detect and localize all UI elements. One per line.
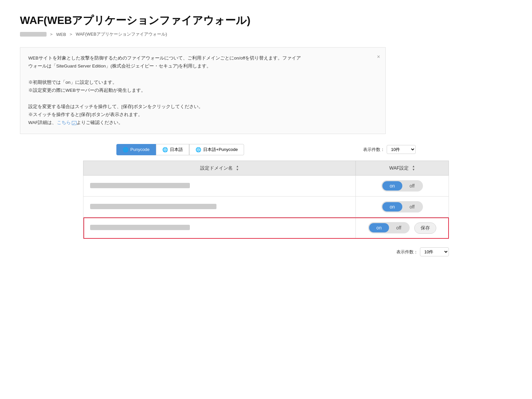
toggle-group-3: on off — [368, 222, 410, 233]
info-line1: WEBサイトを対象とした攻撃を防御するためのファイアウォールについて、ご利用ドメ… — [28, 54, 377, 70]
globe-icon-jp: 🌐 — [196, 147, 201, 152]
waf-detail-link[interactable]: こちら — [57, 120, 71, 125]
per-page-label-bottom: 表示件数： — [396, 249, 418, 255]
waf-cell-2: on off — [356, 197, 449, 217]
breadcrumb-home — [20, 32, 47, 37]
breadcrumb-sep2: ＞ — [69, 31, 73, 37]
info-box: × WEBサイトを対象とした攻撃を防御するためのファイアウォールについて、ご利用… — [20, 47, 386, 134]
sort-icons-domain[interactable]: ▲ ▼ — [236, 165, 239, 172]
external-link-icon — [72, 121, 76, 125]
toggle-group-1: on off — [381, 180, 423, 192]
breadcrumb: ＞ WEB ＞ WAF(WEBアプリケーションファイアウォール) — [20, 31, 512, 37]
toggle-on-1[interactable]: on — [382, 181, 402, 191]
toggle-off-1[interactable]: off — [402, 181, 422, 191]
per-page-select-bottom[interactable]: 10件 25件 50件 100件 — [420, 247, 449, 256]
info-line3: ※初期状態では「on」に設定しています。 — [28, 78, 377, 86]
tab-japanese[interactable]: 🌐 日本語 — [156, 144, 189, 155]
col-header-domain: 設定ドメイン名 ▲ ▼ — [83, 161, 356, 176]
per-page-bottom: 表示件数： 10件 25件 50件 100件 — [83, 244, 449, 260]
toggle-on-2[interactable]: on — [382, 202, 402, 211]
table-row-highlighted: on off 保存 — [83, 217, 449, 239]
waf-cell-3: on off 保存 — [356, 217, 449, 239]
tabs-group: 🌐 Punycode 🌐 日本語 🌐 日本語+Punycode — [116, 144, 244, 155]
save-button[interactable]: 保存 — [414, 222, 436, 234]
tab-punycode[interactable]: 🌐 Punycode — [116, 144, 156, 155]
info-line7: WAF詳細は、こちらよりご確認ください。 — [28, 119, 377, 127]
table-header-row: 設定ドメイン名 ▲ ▼ WAF設定 ▲ ▼ — [83, 161, 449, 176]
globe-icon-punycode: 🌐 — [123, 147, 128, 152]
data-table-wrapper: 設定ドメイン名 ▲ ▼ WAF設定 ▲ ▼ — [83, 161, 449, 239]
toggle-off-2[interactable]: off — [402, 202, 422, 211]
domain-cell-1 — [83, 176, 356, 197]
globe-icon-japanese: 🌐 — [162, 147, 168, 152]
info-line5: 設定を変更する場合はスイッチを操作して、[保存]ボタンをクリックしてください。 — [28, 103, 377, 111]
table-row: on off — [83, 176, 449, 197]
domain-cell-2 — [83, 197, 356, 217]
info-line6: ※スイッチを操作すると[保存]ボタンが表示されます。 — [28, 111, 377, 119]
waf-cell-1: on off — [356, 176, 449, 197]
toggle-group-2: on off — [381, 201, 423, 212]
domain-cell-3 — [83, 217, 356, 239]
domain-placeholder-1 — [90, 183, 190, 188]
per-page-select-top[interactable]: 10件 25件 50件 100件 — [387, 145, 416, 154]
per-page-top: 表示件数： 10件 25件 50件 100件 — [363, 145, 416, 154]
table-row: on off — [83, 197, 449, 217]
filter-wrapper: 🌐 Punycode 🌐 日本語 🌐 日本語+Punycode 表示件数： 10… — [116, 144, 416, 155]
toggle-on-3[interactable]: on — [369, 223, 389, 232]
info-line4: ※設定変更の際にWEBサーバーの再起動が発生します。 — [28, 86, 377, 94]
tab-japanese-punycode[interactable]: 🌐 日本語+Punycode — [189, 144, 244, 155]
breadcrumb-web: WEB — [56, 32, 66, 37]
domain-placeholder-2 — [90, 204, 216, 209]
per-page-label-top: 表示件数： — [363, 147, 385, 153]
sort-icons-waf[interactable]: ▲ ▼ — [412, 165, 415, 172]
toggle-off-3[interactable]: off — [389, 223, 409, 232]
breadcrumb-current: WAF(WEBアプリケーションファイアウォール) — [76, 31, 167, 37]
col-header-waf: WAF設定 ▲ ▼ — [356, 161, 449, 176]
domain-placeholder-3 — [90, 225, 190, 230]
waf-table: 設定ドメイン名 ▲ ▼ WAF設定 ▲ ▼ — [83, 161, 449, 239]
close-button[interactable]: × — [377, 52, 380, 62]
breadcrumb-sep1: ＞ — [49, 31, 54, 37]
page-title: WAF(WEBアプリケーションファイアウォール) — [20, 13, 512, 28]
